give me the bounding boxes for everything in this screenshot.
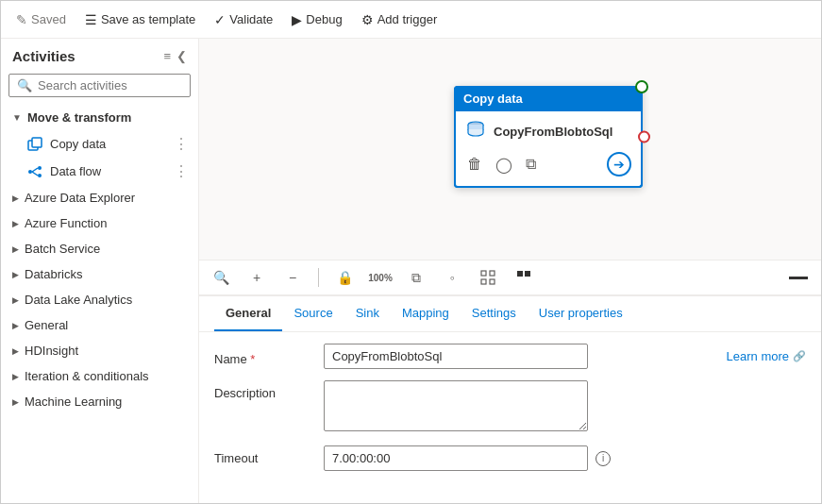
svg-rect-12 [517, 271, 523, 277]
copy-data-label: Copy data [50, 137, 106, 151]
canvas-select-button[interactable]: ◦ [440, 265, 464, 290]
properties-tabs: General Source Sink Mapping Settings [199, 296, 821, 332]
canvas-grid-button[interactable] [512, 265, 536, 290]
add-successor-button[interactable]: ➔ [607, 152, 631, 176]
category-azure-function[interactable]: ▶ Azure Function [1, 210, 198, 236]
sidebar-header: Activities ≡ ❮ [1, 39, 198, 70]
svg-point-3 [38, 166, 42, 170]
saved-button: ✎ Saved [8, 8, 74, 31]
card-name-row: CopyFromBlobtoSql [465, 119, 631, 144]
add-trigger-button[interactable]: ⚙ Add trigger [354, 8, 445, 31]
canvas-subtract-button[interactable]: − [280, 265, 305, 290]
category-hdinsight[interactable]: ▶ HDInsight [1, 338, 198, 363]
save-as-template-button[interactable]: ☰ Save as template [77, 8, 203, 31]
data-flow-drag-handle[interactable]: ⋮ [174, 162, 187, 180]
save-template-icon: ☰ [85, 12, 97, 27]
category-azure-data-explorer[interactable]: ▶ Azure Data Explorer [1, 185, 198, 210]
category-databricks[interactable]: ▶ Databricks [1, 261, 198, 287]
tab-general[interactable]: General [214, 296, 282, 331]
view-output-button[interactable]: ◯ [494, 154, 514, 176]
tab-sink[interactable]: Sink [344, 296, 391, 331]
search-box[interactable]: 🔍 [8, 74, 191, 97]
description-value [324, 380, 806, 434]
canvas-fit-button[interactable]: ⧉ [404, 265, 428, 290]
sidebar-title: Activities [12, 48, 75, 64]
category-chevron: ▶ [12, 244, 19, 254]
svg-rect-8 [481, 271, 486, 276]
category-label: HDInsight [25, 344, 78, 358]
add-trigger-icon: ⚙ [361, 12, 374, 27]
svg-point-2 [28, 170, 32, 174]
canvas-separator-1 [318, 268, 319, 287]
activities-sidebar: Activities ≡ ❮ 🔍 ▼ Move & transform [1, 39, 199, 503]
canvas-lock-button[interactable]: 🔒 [332, 265, 357, 290]
timeout-row: Timeout i [214, 445, 806, 471]
search-icon: 🔍 [17, 78, 32, 92]
tab-source[interactable]: Source [282, 296, 344, 331]
category-batch-service[interactable]: ▶ Batch Service [1, 236, 198, 261]
category-label: Machine Learning [25, 395, 122, 409]
category-chevron: ▶ [12, 270, 19, 279]
svg-rect-13 [525, 271, 530, 277]
tab-settings[interactable]: Settings [461, 296, 528, 331]
section-label: Move & transform [27, 110, 132, 125]
app-container: ✎ Saved ☰ Save as template ✓ Validate ▶ … [0, 0, 822, 504]
canvas-zoom-button[interactable]: 100% [368, 265, 393, 290]
timeout-info-icon[interactable]: i [596, 451, 611, 466]
validate-icon: ✓ [214, 12, 226, 27]
collapse-handle[interactable] [789, 277, 808, 279]
canvas-area: Copy data CopyFromBlobtoSql 🗑 [199, 39, 821, 503]
canvas-add-button[interactable]: + [244, 265, 269, 290]
activity-card-copy-data[interactable]: Copy data CopyFromBlobtoSql 🗑 [454, 86, 643, 188]
canvas-arrange-button[interactable] [476, 265, 500, 290]
card-header: Copy data [454, 86, 643, 111]
search-input[interactable] [38, 78, 182, 92]
category-label: Azure Data Explorer [25, 191, 135, 205]
debug-button[interactable]: ▶ Debug [284, 8, 349, 31]
external-link-icon: 🔗 [793, 350, 806, 362]
debug-icon: ▶ [292, 12, 302, 27]
validate-button[interactable]: ✓ Validate [207, 8, 280, 31]
learn-more-link[interactable]: Learn more 🔗 [727, 344, 806, 363]
canvas-search-button[interactable]: 🔍 [209, 265, 233, 290]
section-chevron: ▼ [12, 112, 22, 123]
category-label: Iteration & conditionals [25, 369, 149, 383]
name-input[interactable] [324, 344, 588, 369]
name-row: Name Learn more 🔗 [214, 344, 806, 369]
category-machine-learning[interactable]: ▶ Machine Learning [1, 389, 198, 414]
description-label: Description [214, 380, 309, 400]
tab-user-properties[interactable]: User properties [528, 296, 634, 331]
activity-item-copy-data[interactable]: Copy data ⋮ [1, 130, 198, 158]
data-flow-icon [27, 164, 42, 179]
category-data-lake-analytics[interactable]: ▶ Data Lake Analytics [1, 287, 198, 312]
description-input[interactable] [324, 380, 588, 431]
activity-item-data-flow[interactable]: Data flow ⋮ [1, 158, 198, 185]
category-chevron: ▶ [12, 219, 19, 228]
tab-mapping[interactable]: Mapping [391, 296, 461, 331]
category-chevron: ▶ [12, 321, 19, 330]
collapse-icon[interactable]: ≡ [163, 49, 171, 63]
copy-data-drag-handle[interactable]: ⋮ [174, 135, 187, 153]
timeout-input[interactable] [324, 445, 588, 471]
card-activity-name: CopyFromBlobtoSql [494, 125, 612, 139]
svg-line-5 [32, 168, 38, 172]
svg-line-6 [32, 172, 38, 176]
card-actions: 🗑 ◯ ⧉ ➔ [465, 150, 631, 178]
connection-dot-right[interactable] [638, 131, 650, 143]
category-label: General [25, 318, 68, 332]
category-chevron: ▶ [12, 193, 19, 203]
category-chevron: ▶ [12, 295, 19, 305]
category-general[interactable]: ▶ General [1, 312, 198, 338]
success-indicator [635, 80, 648, 93]
delete-activity-button[interactable]: 🗑 [465, 154, 484, 175]
svg-rect-1 [32, 138, 42, 147]
saved-icon: ✎ [16, 12, 27, 27]
name-value [324, 344, 712, 369]
svg-point-4 [38, 174, 42, 177]
pipeline-canvas[interactable]: Copy data CopyFromBlobtoSql 🗑 [199, 39, 821, 260]
clone-activity-button[interactable]: ⧉ [524, 154, 538, 175]
section-move-transform[interactable]: ▼ Move & transform [1, 105, 198, 130]
category-iteration-conditionals[interactable]: ▶ Iteration & conditionals [1, 363, 198, 389]
pin-icon[interactable]: ❮ [176, 49, 187, 63]
data-flow-label: Data flow [50, 164, 101, 178]
